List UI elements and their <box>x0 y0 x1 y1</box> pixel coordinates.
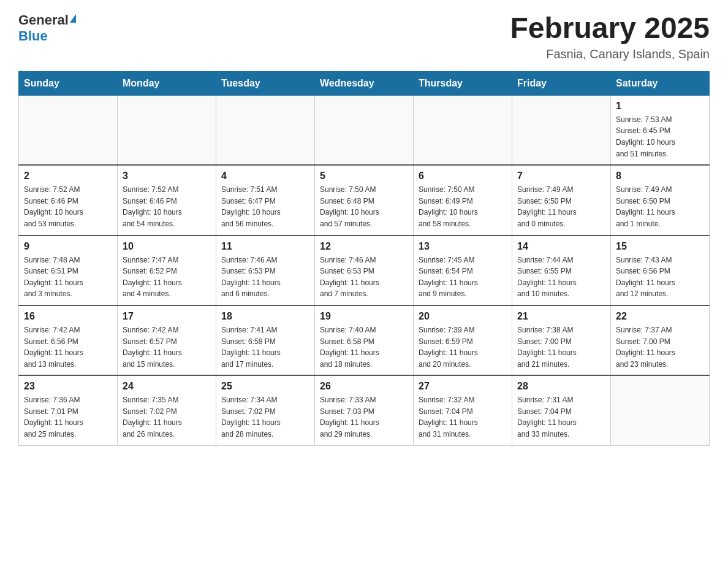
table-row: 20Sunrise: 7:39 AM Sunset: 6:59 PM Dayli… <box>414 305 512 375</box>
table-row <box>118 95 216 165</box>
day-info: Sunrise: 7:50 AM Sunset: 6:48 PM Dayligh… <box>320 184 408 229</box>
day-info: Sunrise: 7:42 AM Sunset: 6:57 PM Dayligh… <box>123 324 211 370</box>
table-row: 16Sunrise: 7:42 AM Sunset: 6:56 PM Dayli… <box>19 305 118 375</box>
day-info: Sunrise: 7:49 AM Sunset: 6:50 PM Dayligh… <box>517 184 605 229</box>
day-number: 24 <box>123 381 211 392</box>
day-info: Sunrise: 7:50 AM Sunset: 6:49 PM Dayligh… <box>419 184 507 229</box>
day-info: Sunrise: 7:43 AM Sunset: 6:56 PM Dayligh… <box>616 255 704 300</box>
logo: General Blue <box>18 12 76 44</box>
table-row: 22Sunrise: 7:37 AM Sunset: 7:00 PM Dayli… <box>611 305 710 375</box>
calendar-table: Sunday Monday Tuesday Wednesday Thursday… <box>18 71 710 446</box>
day-info: Sunrise: 7:45 AM Sunset: 6:54 PM Dayligh… <box>419 255 507 300</box>
day-number: 20 <box>419 311 507 322</box>
table-row: 18Sunrise: 7:41 AM Sunset: 6:58 PM Dayli… <box>216 305 315 375</box>
day-info: Sunrise: 7:41 AM Sunset: 6:58 PM Dayligh… <box>221 324 309 370</box>
day-info: Sunrise: 7:40 AM Sunset: 6:58 PM Dayligh… <box>320 324 408 370</box>
day-number: 25 <box>221 381 309 392</box>
table-row: 19Sunrise: 7:40 AM Sunset: 6:58 PM Dayli… <box>315 305 414 375</box>
month-title: February 2025 <box>510 12 710 45</box>
calendar-week-row: 16Sunrise: 7:42 AM Sunset: 6:56 PM Dayli… <box>19 305 710 375</box>
day-number: 2 <box>24 170 112 182</box>
calendar-week-row: 23Sunrise: 7:36 AM Sunset: 7:01 PM Dayli… <box>19 375 710 445</box>
day-info: Sunrise: 7:52 AM Sunset: 6:46 PM Dayligh… <box>24 184 112 229</box>
day-info: Sunrise: 7:46 AM Sunset: 6:53 PM Dayligh… <box>320 255 408 300</box>
header-saturday: Saturday <box>611 71 710 95</box>
table-row: 10Sunrise: 7:47 AM Sunset: 6:52 PM Dayli… <box>118 236 216 305</box>
table-row: 4Sunrise: 7:51 AM Sunset: 6:47 PM Daylig… <box>216 165 315 235</box>
day-number: 12 <box>320 241 408 252</box>
day-number: 7 <box>517 170 605 182</box>
table-row: 13Sunrise: 7:45 AM Sunset: 6:54 PM Dayli… <box>414 236 512 305</box>
day-number: 22 <box>616 311 704 322</box>
day-info: Sunrise: 7:47 AM Sunset: 6:52 PM Dayligh… <box>123 255 211 300</box>
header-thursday: Thursday <box>414 71 512 95</box>
table-row: 1Sunrise: 7:53 AM Sunset: 6:45 PM Daylig… <box>611 95 710 165</box>
day-info: Sunrise: 7:31 AM Sunset: 7:04 PM Dayligh… <box>517 394 605 440</box>
day-info: Sunrise: 7:33 AM Sunset: 7:03 PM Dayligh… <box>320 394 408 440</box>
table-row <box>512 95 611 165</box>
day-number: 26 <box>320 381 408 392</box>
table-row <box>611 375 710 445</box>
page-header: General Blue February 2025 Fasnia, Canar… <box>18 12 710 61</box>
table-row <box>19 95 118 165</box>
table-row: 6Sunrise: 7:50 AM Sunset: 6:49 PM Daylig… <box>414 165 512 235</box>
day-number: 14 <box>517 241 605 252</box>
table-row: 8Sunrise: 7:49 AM Sunset: 6:50 PM Daylig… <box>611 165 710 235</box>
table-row: 7Sunrise: 7:49 AM Sunset: 6:50 PM Daylig… <box>512 165 611 235</box>
day-info: Sunrise: 7:46 AM Sunset: 6:53 PM Dayligh… <box>221 255 309 300</box>
table-row <box>216 95 315 165</box>
day-info: Sunrise: 7:38 AM Sunset: 7:00 PM Dayligh… <box>517 324 605 370</box>
day-info: Sunrise: 7:42 AM Sunset: 6:56 PM Dayligh… <box>24 324 112 370</box>
day-info: Sunrise: 7:35 AM Sunset: 7:02 PM Dayligh… <box>123 394 211 440</box>
table-row: 9Sunrise: 7:48 AM Sunset: 6:51 PM Daylig… <box>19 236 118 305</box>
day-info: Sunrise: 7:48 AM Sunset: 6:51 PM Dayligh… <box>24 255 112 300</box>
logo-blue-text: Blue <box>18 28 48 44</box>
day-number: 3 <box>123 170 211 182</box>
table-row: 23Sunrise: 7:36 AM Sunset: 7:01 PM Dayli… <box>19 375 118 445</box>
logo-arrow-icon <box>70 14 76 23</box>
table-row: 17Sunrise: 7:42 AM Sunset: 6:57 PM Dayli… <box>118 305 216 375</box>
table-row: 27Sunrise: 7:32 AM Sunset: 7:04 PM Dayli… <box>414 375 512 445</box>
day-number: 18 <box>221 311 309 322</box>
table-row: 28Sunrise: 7:31 AM Sunset: 7:04 PM Dayli… <box>512 375 611 445</box>
day-number: 1 <box>616 101 704 112</box>
day-number: 13 <box>419 241 507 252</box>
day-info: Sunrise: 7:51 AM Sunset: 6:47 PM Dayligh… <box>221 184 309 229</box>
table-row: 21Sunrise: 7:38 AM Sunset: 7:00 PM Dayli… <box>512 305 611 375</box>
day-number: 23 <box>24 381 112 392</box>
day-number: 9 <box>24 241 112 252</box>
day-info: Sunrise: 7:36 AM Sunset: 7:01 PM Dayligh… <box>24 394 112 440</box>
title-block: February 2025 Fasnia, Canary Islands, Sp… <box>510 12 710 61</box>
day-number: 10 <box>123 241 211 252</box>
header-friday: Friday <box>512 71 611 95</box>
location-subtitle: Fasnia, Canary Islands, Spain <box>510 47 710 61</box>
table-row: 11Sunrise: 7:46 AM Sunset: 6:53 PM Dayli… <box>216 236 315 305</box>
day-info: Sunrise: 7:37 AM Sunset: 7:00 PM Dayligh… <box>616 324 704 370</box>
day-number: 6 <box>419 170 507 182</box>
day-info: Sunrise: 7:34 AM Sunset: 7:02 PM Dayligh… <box>221 394 309 440</box>
header-monday: Monday <box>118 71 216 95</box>
day-number: 19 <box>320 311 408 322</box>
day-number: 16 <box>24 311 112 322</box>
day-number: 21 <box>517 311 605 322</box>
day-info: Sunrise: 7:52 AM Sunset: 6:46 PM Dayligh… <box>123 184 211 229</box>
day-number: 4 <box>221 170 309 182</box>
day-number: 11 <box>221 241 309 252</box>
table-row: 3Sunrise: 7:52 AM Sunset: 6:46 PM Daylig… <box>118 165 216 235</box>
day-number: 28 <box>517 381 605 392</box>
day-number: 17 <box>123 311 211 322</box>
table-row: 2Sunrise: 7:52 AM Sunset: 6:46 PM Daylig… <box>19 165 118 235</box>
day-info: Sunrise: 7:32 AM Sunset: 7:04 PM Dayligh… <box>419 394 507 440</box>
day-number: 8 <box>616 170 704 182</box>
logo-general-text: General <box>18 12 69 28</box>
day-info: Sunrise: 7:49 AM Sunset: 6:50 PM Dayligh… <box>616 184 704 229</box>
day-number: 5 <box>320 170 408 182</box>
day-number: 15 <box>616 241 704 252</box>
day-info: Sunrise: 7:39 AM Sunset: 6:59 PM Dayligh… <box>419 324 507 370</box>
table-row: 15Sunrise: 7:43 AM Sunset: 6:56 PM Dayli… <box>611 236 710 305</box>
calendar-week-row: 2Sunrise: 7:52 AM Sunset: 6:46 PM Daylig… <box>19 165 710 235</box>
calendar-week-row: 1Sunrise: 7:53 AM Sunset: 6:45 PM Daylig… <box>19 95 710 165</box>
table-row: 26Sunrise: 7:33 AM Sunset: 7:03 PM Dayli… <box>315 375 414 445</box>
calendar-header-row: Sunday Monday Tuesday Wednesday Thursday… <box>19 71 710 95</box>
header-tuesday: Tuesday <box>216 71 315 95</box>
